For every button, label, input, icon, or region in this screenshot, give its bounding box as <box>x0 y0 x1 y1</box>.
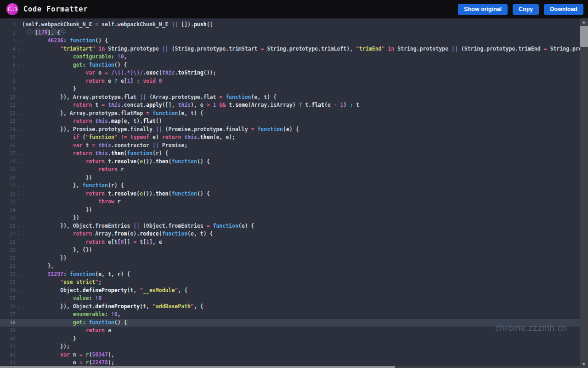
code-line[interactable]: 8return e ? e[1] : void 0 <box>0 77 580 86</box>
code-text[interactable]: } <box>22 85 76 93</box>
code-line[interactable]: 35value: !0 <box>0 294 580 303</box>
code-line[interactable]: 40} <box>0 335 580 343</box>
code-text[interactable]: }) <box>22 206 92 214</box>
code-line[interactable]: 11return t = this.concat.apply([], this)… <box>0 101 580 109</box>
code-token: || <box>452 46 458 52</box>
code-line[interactable]: 29}, {}) <box>0 246 580 254</box>
code-text[interactable]: }, function(r) { <box>22 182 124 190</box>
code-line[interactable]: 12▾}, Array.prototype.flatMap = function… <box>0 109 580 118</box>
download-button[interactable]: Download <box>544 4 583 15</box>
code-line[interactable]: 23throw r <box>0 198 580 206</box>
code-line[interactable]: 14▾}), Promise.prototype.finally || (Pro… <box>0 126 580 134</box>
code-text[interactable]: } <box>22 335 76 343</box>
code-text[interactable]: return Array.from(e).reduce(function(e, … <box>22 230 213 238</box>
code-line[interactable]: 34▾Object.defineProperty(t, "__esModule"… <box>0 287 580 295</box>
code-text[interactable]: }), Array.prototype.flat || (Array.proto… <box>22 93 277 102</box>
code-text[interactable]: o = r(22478); <box>22 359 114 366</box>
scroll-down-icon[interactable] <box>582 363 586 366</box>
code-line[interactable]: 24}) <box>0 206 580 214</box>
code-text[interactable]: return r <box>22 166 124 174</box>
code-line[interactable]: 39return a <box>0 327 580 335</box>
code-line[interactable]: 22▾return t.resolve(e()).then(function()… <box>0 190 580 198</box>
code-token: (self.webpackChunk_N_E <box>22 21 95 28</box>
code-text[interactable]: var e = /\((.*)\)/.exec(this.toString())… <box>22 69 216 77</box>
code-text[interactable]: }, {}) <box>22 246 92 254</box>
code-token: resolve <box>114 158 136 165</box>
code-line[interactable]: 13return this.map(e, t).flat() <box>0 117 580 126</box>
code-line[interactable]: 1(self.webpackChunk_N_E = self.webpackCh… <box>0 21 580 29</box>
code-line[interactable]: 31}, <box>0 262 580 270</box>
code-line[interactable]: 18▾return t.resolve(e()).then(function()… <box>0 158 580 166</box>
code-line[interactable]: 3▾46236: function() { <box>0 37 580 45</box>
code-line[interactable]: 9} <box>0 85 580 93</box>
code-line[interactable]: 32▾31297: function(e, t, r) { <box>0 270 580 279</box>
code-text[interactable]: }), Promise.prototype.finally || (Promis… <box>22 126 299 134</box>
code-text[interactable]: var t = this.constructor || Promise; <box>22 142 187 150</box>
code-text[interactable]: "use strict"; <box>22 278 102 287</box>
code-text[interactable]: return t.resolve(e()).then(function() { <box>22 158 210 166</box>
code-line[interactable]: 33"use strict"; <box>0 278 580 287</box>
vertical-scrollbar[interactable] <box>580 18 588 368</box>
code-text[interactable]: }); <box>22 343 70 351</box>
code-text[interactable]: return t = this.concat.apply([], this), … <box>22 101 359 109</box>
horizontal-scrollbar[interactable] <box>0 366 580 368</box>
code-line[interactable]: 42var n = r(58347), <box>0 351 580 359</box>
code-editor[interactable]: 1(self.webpackChunk_N_E = self.webpackCh… <box>0 18 580 366</box>
code-token: __esModule <box>143 287 175 293</box>
code-line[interactable]: 19return r <box>0 166 580 174</box>
code-text[interactable]: (self.webpackChunk_N_E = self.webpackChu… <box>22 21 213 29</box>
code-text[interactable]: return this.then(function(r) { <box>22 150 169 158</box>
code-line[interactable]: 17▾return this.then(function(r) { <box>0 150 580 158</box>
code-text[interactable]: "trimStart" in String.prototype || (Stri… <box>22 45 580 53</box>
code-text[interactable]: configurable: !0, <box>22 53 127 61</box>
code-text[interactable]: return this.map(e, t).flat() <box>22 117 162 126</box>
code-text[interactable]: 31297: function(e, t, r) { <box>22 270 130 279</box>
code-text[interactable]: throw r <box>22 198 121 206</box>
code-line[interactable]: 4▾"trimStart" in String.prototype || (St… <box>0 45 580 53</box>
code-text[interactable]: }) <box>22 254 67 263</box>
code-text[interactable]: }), Object.fromEntries || (Object.fromEn… <box>22 222 254 230</box>
scroll-up-icon[interactable] <box>582 21 586 23</box>
code-line[interactable]: 36▾}), Object.defineProperty(t, "addBase… <box>0 303 580 311</box>
horizontal-scrollbar-thumb[interactable] <box>0 366 395 368</box>
code-text[interactable]: if ("function" != typeof e) return this.… <box>22 133 235 142</box>
code-line[interactable]: 6▾get: function() { <box>0 61 580 69</box>
code-line[interactable]: 16var t = this.constructor || Promise; <box>0 142 580 150</box>
code-line[interactable]: 26▾}), Object.fromEntries || (Object.fro… <box>0 222 580 230</box>
code-line[interactable]: 21▾}, function(r) { <box>0 182 580 190</box>
code-line[interactable]: 37enumerable: !0, <box>0 310 580 319</box>
code-text[interactable]: enumerable: !0, <box>22 310 121 319</box>
code-text[interactable]: return t.resolve(e()).then(function() { <box>22 190 210 198</box>
show-original-button[interactable]: Show original <box>458 4 508 15</box>
code-text[interactable]: }) <box>22 174 92 182</box>
vertical-scrollbar-thumb[interactable] <box>580 26 588 47</box>
code-line[interactable]: 41}); <box>0 343 580 351</box>
code-text[interactable]: Object.defineProperty(t, "__esModule", { <box>22 287 187 295</box>
code-text[interactable]: 46236: function() { <box>22 37 108 45</box>
code-text[interactable]: }), Object.defineProperty(t, "addBasePat… <box>22 303 204 311</box>
code-text[interactable]: return e[t[0]] = t[1], e <box>22 238 162 247</box>
code-line[interactable]: 43o = r(22478); <box>0 359 580 366</box>
code-text[interactable]: get: function() { <box>22 61 127 69</box>
code-text[interactable]: get: function() { <box>22 319 128 327</box>
code-line[interactable]: 25}) <box>0 214 580 222</box>
code-text[interactable]: var n = r(58347), <box>22 351 114 359</box>
code-line[interactable]: 20}) <box>0 174 580 182</box>
copy-button[interactable]: Copy <box>513 4 539 15</box>
code-line[interactable]: 7var e = /\((.*)\)/.exec(this.toString()… <box>0 69 580 77</box>
code-text[interactable]: }, <box>22 262 54 270</box>
code-line[interactable]: 5configurable: !0, <box>0 53 580 61</box>
code-line[interactable]: 28return e[t[0]] = t[1], e <box>0 238 580 247</box>
code-line[interactable]: 10▾}), Array.prototype.flat || (Array.pr… <box>0 93 580 102</box>
code-text[interactable]: [179], { <box>22 29 60 37</box>
code-line[interactable]: 15if ("function" != typeof e) return thi… <box>0 133 580 142</box>
code-text[interactable]: return e ? e[1] : void 0 <box>22 77 162 86</box>
code-line[interactable]: 30}) <box>0 254 580 263</box>
code-text[interactable]: }) <box>22 214 79 222</box>
code-line[interactable]: 2[179], { <box>0 29 580 37</box>
code-text[interactable]: value: !0 <box>22 294 102 303</box>
code-line[interactable]: 27▾return Array.from(e).reduce(function(… <box>0 230 580 238</box>
code-line[interactable]: 38▾get: function() { <box>0 319 580 327</box>
code-text[interactable]: }, Array.prototype.flatMap = function(e,… <box>22 109 204 118</box>
code-text[interactable]: return a <box>22 327 111 335</box>
